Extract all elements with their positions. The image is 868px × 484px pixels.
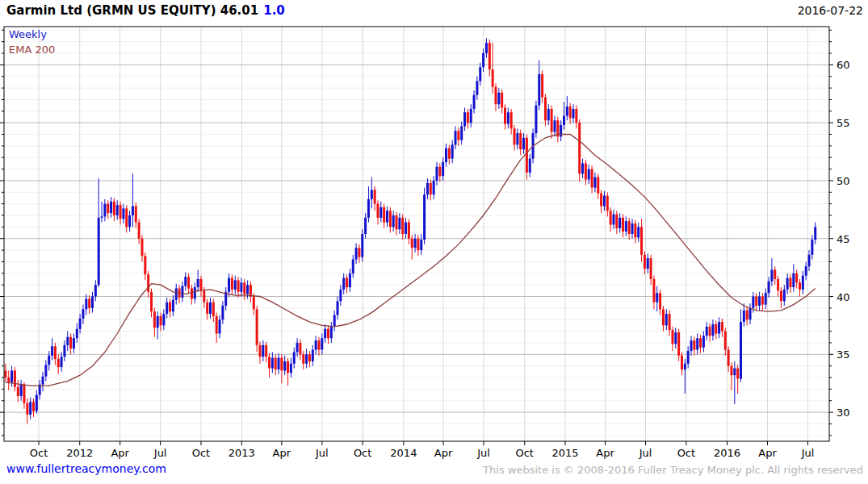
candle-body xyxy=(494,87,497,105)
candle-body xyxy=(671,330,673,344)
candle-body xyxy=(79,319,82,329)
candle-body xyxy=(448,148,451,159)
candle-body xyxy=(113,202,115,215)
candle-body xyxy=(122,208,124,219)
candle-body xyxy=(728,350,730,366)
candle-body xyxy=(718,322,720,333)
candle-body xyxy=(755,297,757,306)
candle-body xyxy=(278,358,280,369)
candle-body xyxy=(696,338,698,349)
website-link[interactable]: www.fullertreacymoney.com xyxy=(6,462,166,475)
candle-body xyxy=(240,282,242,291)
candle-body xyxy=(237,280,240,291)
candle-body xyxy=(405,223,407,234)
x-axis-label: Oct xyxy=(30,447,48,459)
candle-body xyxy=(541,74,543,98)
candle-body xyxy=(128,215,131,227)
candle-body xyxy=(169,302,171,311)
candle-body xyxy=(61,357,63,367)
y-axis-label: 60 xyxy=(837,59,850,71)
candle-body xyxy=(740,322,742,378)
candle-body xyxy=(327,329,329,338)
candle-body xyxy=(203,290,205,302)
candle-body xyxy=(73,338,75,348)
candle-body xyxy=(103,204,106,217)
candle-body xyxy=(749,308,752,319)
candle-body xyxy=(802,276,804,290)
y-axis-label: 50 xyxy=(837,175,850,187)
candle-body xyxy=(650,258,652,279)
candle-body xyxy=(315,340,317,349)
candle-body xyxy=(194,287,196,298)
candle-body xyxy=(563,116,565,125)
candle-body xyxy=(674,332,677,344)
candle-body xyxy=(253,297,255,310)
candle-body xyxy=(489,43,491,69)
candle-body xyxy=(476,81,478,94)
candle-body xyxy=(138,223,140,239)
candle-body xyxy=(258,345,261,357)
candle-body xyxy=(652,279,655,302)
candle-body xyxy=(768,282,770,293)
candle-body xyxy=(283,361,286,370)
candle-body xyxy=(337,301,339,315)
candle-body xyxy=(792,273,795,287)
candle-body xyxy=(4,370,6,378)
candle-body xyxy=(147,274,149,292)
y-axis-label: 55 xyxy=(837,117,850,129)
candle-body xyxy=(231,278,233,290)
candle-body xyxy=(677,332,680,356)
candle-body xyxy=(63,345,65,357)
candle-body xyxy=(669,314,671,330)
candle-body xyxy=(268,357,270,368)
candle-body xyxy=(606,196,609,211)
y-axis-label: 30 xyxy=(837,407,850,419)
candle-body xyxy=(575,109,577,123)
candle-body xyxy=(287,361,289,373)
candle-body xyxy=(379,207,382,218)
candle-body xyxy=(376,204,379,218)
candle-body xyxy=(94,285,97,296)
candle-body xyxy=(383,207,385,223)
candle-body xyxy=(187,277,190,288)
candle-body xyxy=(172,300,174,311)
candle-body xyxy=(371,190,373,198)
x-axis-label: Apr xyxy=(596,447,614,459)
candle-body xyxy=(184,277,187,286)
candle-body xyxy=(125,208,128,227)
x-axis-label: 2015 xyxy=(551,447,578,459)
candle-body xyxy=(715,324,717,333)
y-axis-label: 35 xyxy=(837,348,850,361)
candle-body xyxy=(140,239,143,257)
candle-body xyxy=(249,285,252,296)
candle-body xyxy=(736,369,739,379)
candle-body xyxy=(435,167,438,181)
x-axis-label: Jul xyxy=(801,447,815,459)
candle-body xyxy=(510,112,513,128)
candle-body xyxy=(709,327,711,336)
candle-body xyxy=(569,106,572,118)
candle-body xyxy=(398,218,400,229)
candle-body xyxy=(529,159,531,173)
candle-body xyxy=(733,369,736,376)
x-axis-label: Jul xyxy=(315,447,329,459)
candle-body xyxy=(519,133,522,149)
candle-body xyxy=(271,358,274,369)
candle-body xyxy=(153,311,156,328)
candle-body xyxy=(262,345,264,357)
candle-body xyxy=(36,395,38,411)
candle-body xyxy=(699,338,702,347)
candle-body xyxy=(702,336,705,347)
candle-body xyxy=(120,205,122,219)
candle-body xyxy=(544,98,547,121)
candle-body xyxy=(414,239,417,248)
legend-weekly: Weekly xyxy=(9,28,47,40)
candle-body xyxy=(132,207,134,215)
candle-body xyxy=(417,239,419,250)
candle-body xyxy=(662,309,665,325)
candle-body xyxy=(460,126,463,140)
candle-body xyxy=(522,138,525,149)
candle-body xyxy=(538,74,540,106)
candle-body xyxy=(7,378,10,382)
candle-body xyxy=(54,346,57,359)
